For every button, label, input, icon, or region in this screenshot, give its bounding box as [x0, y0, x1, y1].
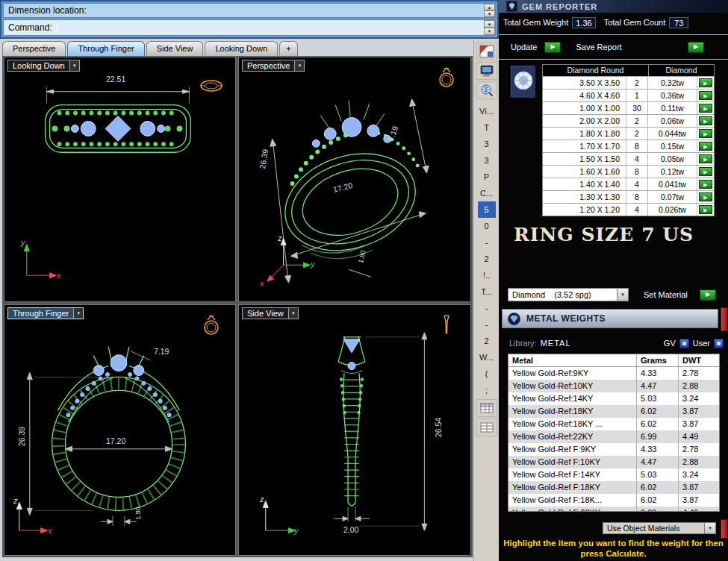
sidebar-item-5[interactable]: C... [474, 185, 499, 201]
panel-grip[interactable] [721, 307, 728, 331]
metal-table-row[interactable]: Yellow Gold-Ref F:18K...6.023.87 [508, 494, 719, 507]
viewport-title-dropdown[interactable]: Through Finger ▼ [7, 307, 84, 319]
viewport-title-dropdown[interactable]: Looking Down ▼ [7, 60, 80, 72]
sidebar-item-7[interactable]: 0 [474, 218, 499, 234]
gem-row-go-button[interactable]: ▶ [699, 91, 712, 100]
library-row: Library: METAL GV User [509, 337, 724, 349]
viewport-layout-icon[interactable] [476, 43, 497, 60]
gem-weight-cell: 0.026tw [648, 204, 697, 216]
through-finger-drawing [4, 305, 235, 555]
sidebar-item-2[interactable]: 3 [474, 136, 499, 152]
sidebar-item-9[interactable]: 2 [474, 251, 499, 267]
metal-table-row[interactable]: Yellow Gold-Ref:10KY4.472.88 [508, 380, 719, 392]
sidebar-item-4[interactable]: P [474, 169, 499, 185]
dimension-label: 1.80 [134, 507, 142, 520]
metal-table-row[interactable]: Yellow Gold-Ref:9KY4.332.78 [508, 367, 719, 380]
panel-grip-2[interactable] [721, 519, 728, 539]
viewport-side-view[interactable]: Side View ▼ 26.54 2.00 z y [238, 304, 471, 556]
gem-table-row[interactable]: 1.80 X 1.8020.044tw▶ [543, 127, 714, 140]
sidebar-item-3[interactable]: 3 [474, 152, 499, 169]
gem-count-cell: 4 [626, 178, 648, 190]
material-dropdown[interactable]: Diamond (3.52 spg) ▼ [508, 288, 629, 301]
scroll-up-icon[interactable]: ▲ [484, 20, 495, 28]
sidebar-item-10[interactable]: !.. [474, 267, 499, 283]
scroll-down-icon[interactable]: ▼ [484, 28, 495, 35]
gem-table-row[interactable]: 1.70 X 1.7080.15tw▶ [543, 140, 714, 152]
use-object-materials-dropdown[interactable]: Use Object Materials ▼ [603, 522, 716, 534]
metal-table-row[interactable]: Yellow Gold-Ref F:14KY5.033.24 [508, 468, 719, 481]
tab-perspective[interactable]: Perspective [2, 41, 66, 56]
gem-table-row[interactable]: 1.50 X 1.5040.05tw▶ [543, 152, 714, 165]
metal-table-row[interactable]: Yellow Gold-Ref F:9KY4.332.78 [508, 443, 719, 456]
gem-row-go-button[interactable]: ▶ [699, 205, 712, 214]
gem-row-go-button[interactable]: ▶ [699, 116, 712, 125]
gem-row-go-button[interactable]: ▶ [699, 154, 712, 163]
gem-count-cell: 1 [626, 90, 648, 101]
viewport-title-label: Perspective [243, 61, 294, 70]
metal-table-row[interactable]: Yellow Gold-Ref F:18KY6.023.87 [508, 481, 719, 494]
viewport-perspective[interactable]: Perspective ▼ 26.39 7.19 17.20 1.80 z y … [238, 57, 471, 302]
user-button[interactable] [714, 339, 724, 348]
tab-through-finger[interactable]: Through Finger [67, 41, 144, 56]
sidebar-item-16[interactable]: ( [474, 366, 499, 382]
tab-add-view[interactable]: + [279, 41, 297, 56]
command-history-scroll[interactable]: ▲▼ [484, 4, 495, 17]
viewport-title-dropdown[interactable]: Perspective ▼ [242, 60, 305, 72]
sidebar-item-8[interactable]: - [474, 234, 499, 251]
gem-table-row[interactable]: 1.60 X 1.6080.12tw▶ [543, 165, 714, 178]
app-window: Dimension location: ▲▼ Command: ▲▼ Persp… [0, 0, 728, 561]
save-report-button[interactable]: ▶ [688, 42, 704, 53]
sidebar-item-6[interactable]: 5 [478, 201, 496, 218]
sidebar-item-12[interactable]: - [474, 300, 499, 316]
scroll-up-icon[interactable]: ▲ [484, 4, 495, 10]
sidebar-item-11[interactable]: T... [474, 283, 499, 300]
gem-weight-cell: 0.11tw [648, 102, 697, 114]
metal-table-row[interactable]: Yellow Gold-Ref:14KY5.033.24 [508, 392, 719, 405]
tab-looking-down[interactable]: Looking Down [205, 41, 278, 56]
metal-table-row[interactable]: Yellow Gold-Ref F:10KY4.472.88 [508, 456, 719, 468]
grid-icon-2[interactable] [476, 419, 497, 436]
command-history-text: Dimension location: [8, 5, 87, 16]
viewport-through-finger[interactable]: Through Finger ▼ 7.19 26.39 17.20 1.80 z… [4, 304, 236, 556]
gem-table-row[interactable]: 2.00 X 2.0020.06tw▶ [543, 114, 714, 127]
gem-row-go-button[interactable]: ▶ [699, 104, 712, 113]
sidebar-item-1[interactable]: T [474, 119, 499, 136]
gem-count-cell: 2 [626, 115, 648, 127]
sidebar-item-14[interactable]: 2 [474, 333, 499, 349]
gem-table-area: Diamond Round Diamond 3.50 X 3.5020.32tw… [508, 64, 715, 216]
web-search-icon[interactable] [476, 81, 497, 99]
gem-row-go-button[interactable]: ▶ [699, 167, 712, 176]
gem-row-go-button[interactable]: ▶ [699, 129, 712, 138]
metal-table-row[interactable]: Yellow Gold-Ref:22KY6.994.49 [508, 430, 719, 443]
gem-table-row[interactable]: 1.30 X 1.3080.07tw▶ [543, 190, 714, 203]
metal-table-row[interactable]: Yellow Gold-Ref:18KY ...6.023.87 [508, 418, 719, 430]
viewport-title-dropdown[interactable]: Side View ▼ [242, 307, 299, 319]
gv-button[interactable] [679, 339, 689, 348]
sidebar-item-15[interactable]: W... [474, 349, 499, 366]
metal-table-row[interactable]: Yellow Gold-Ref:18KY6.023.87 [508, 405, 719, 418]
gem-row-go-button[interactable]: ▶ [699, 78, 712, 87]
scroll-down-icon[interactable]: ▼ [484, 10, 495, 17]
update-button[interactable]: ▶ [544, 42, 561, 53]
gem-row-go-button[interactable]: ▶ [699, 180, 712, 189]
gem-row-go-button[interactable]: ▶ [699, 192, 712, 201]
command-prompt-scroll[interactable]: ▲▼ [484, 20, 495, 35]
sidebar-item-13[interactable]: - [474, 316, 499, 333]
gem-table-row[interactable]: 1.20 X 1.2040.026tw▶ [543, 203, 714, 216]
display-icon[interactable] [476, 62, 497, 80]
view-orientation-ring-icon [433, 65, 460, 89]
tab-side-view[interactable]: Side View [146, 41, 204, 56]
sidebar-item-0[interactable]: Vi... [474, 103, 499, 119]
viewport-looking-down[interactable]: Looking Down ▼ 22.51 y x [4, 57, 236, 302]
sidebar-item-17[interactable]: ; [474, 382, 499, 398]
gem-row-go-button[interactable]: ▶ [699, 142, 712, 151]
gem-table-row[interactable]: 3.50 X 3.5020.32tw▶ [543, 76, 714, 89]
command-input[interactable] [58, 20, 495, 35]
gem-table-row[interactable]: 4.60 X 4.6010.36tw▶ [543, 89, 714, 101]
viewport-tab-bar: PerspectiveThrough FingerSide ViewLookin… [2, 40, 299, 56]
gem-table-row[interactable]: 1.40 X 1.4040.041tw▶ [543, 178, 714, 190]
gem-table-row[interactable]: 1.00 X 1.00300.11tw▶ [543, 101, 714, 114]
metal-table-row[interactable]: Yellow Gold-Ref F:22KY6.994.49 [508, 507, 719, 512]
set-material-button[interactable]: ▶ [700, 289, 716, 301]
grid-icon[interactable] [476, 399, 497, 417]
